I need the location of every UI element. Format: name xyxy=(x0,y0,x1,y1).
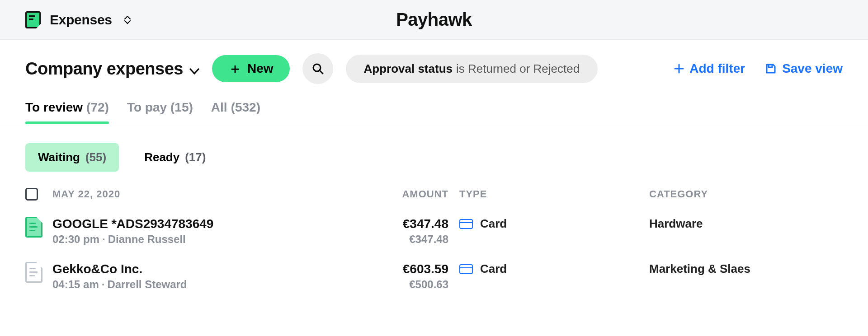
tab-to-review[interactable]: To review (72) xyxy=(25,100,109,124)
receipt-icon xyxy=(25,217,42,238)
row-meta: 02:30 pm·Dianne Russell xyxy=(52,233,342,246)
search-icon xyxy=(311,62,324,75)
main-tabs: To review (72) To pay (15) All (532) xyxy=(0,84,868,124)
amount-main: €347.48 xyxy=(342,217,459,231)
save-view-label: Save view xyxy=(782,61,843,76)
category-cell: Hardware xyxy=(649,217,843,231)
subtab-count: (55) xyxy=(85,150,106,164)
plus-icon xyxy=(674,64,684,74)
row-meta: 04:15 am·Darrell Steward xyxy=(52,278,342,291)
add-filter-button[interactable]: Add filter xyxy=(674,61,745,76)
new-button[interactable]: ＋ New xyxy=(212,55,290,82)
select-all-checkbox[interactable] xyxy=(25,188,38,201)
sub-tabs: Waiting (55) Ready (17) xyxy=(0,124,868,172)
column-amount: AMOUNT xyxy=(342,188,459,200)
card-icon xyxy=(459,264,473,274)
svg-rect-4 xyxy=(769,65,772,67)
row-time: 04:15 am xyxy=(52,278,99,290)
app-bar: Expenses Payhawk xyxy=(0,0,868,40)
subtab-label: Ready xyxy=(144,150,179,164)
date-group-header: MAY 22, 2020 xyxy=(52,188,342,200)
tab-count: (532) xyxy=(231,100,260,115)
subtab-ready[interactable]: Ready (17) xyxy=(132,143,218,172)
category-cell: Marketing & Slaes xyxy=(649,262,843,276)
merchant-name: Gekko&Co Inc. xyxy=(52,262,342,276)
filter-chip-field: Approval status xyxy=(364,62,453,76)
type-label: Card xyxy=(480,262,507,276)
app-switcher[interactable]: Expenses xyxy=(25,11,132,28)
tab-count: (15) xyxy=(170,100,193,115)
chevron-down-icon xyxy=(189,59,199,79)
brand-logo: Payhawk xyxy=(396,9,472,30)
column-category: CATEGORY xyxy=(649,188,843,200)
app-title: Expenses xyxy=(50,12,112,28)
page-header: Company expenses ＋ New Approval status i… xyxy=(0,40,868,84)
card-icon xyxy=(459,219,473,229)
amount-sub: €500.63 xyxy=(342,278,459,291)
tab-label: All xyxy=(211,100,227,115)
tab-label: To review xyxy=(25,100,83,115)
type-cell: Card xyxy=(459,262,649,276)
expense-table: MAY 22, 2020 AMOUNT TYPE CATEGORY GOOGLE… xyxy=(0,172,868,291)
svg-line-1 xyxy=(320,70,323,74)
column-type: TYPE xyxy=(459,188,649,200)
search-button[interactable] xyxy=(302,53,333,84)
app-switch-icon xyxy=(123,14,132,25)
row-person: Dianne Russell xyxy=(108,233,186,245)
filter-chip-approval-status[interactable]: Approval status is Returned or Rejected xyxy=(346,55,598,83)
subtab-count: (17) xyxy=(185,150,206,164)
tab-all[interactable]: All (532) xyxy=(211,100,260,124)
amount-main: €603.59 xyxy=(342,262,459,276)
tab-label: To pay xyxy=(127,100,167,115)
type-cell: Card xyxy=(459,217,649,231)
tab-count: (72) xyxy=(86,100,109,115)
amount-sub: €347.48 xyxy=(342,233,459,246)
header-actions: Add filter Save view xyxy=(674,61,843,76)
table-row[interactable]: GOOGLE *ADS2934783649 02:30 pm·Dianne Ru… xyxy=(25,217,843,246)
page-title-text: Company expenses xyxy=(25,59,183,79)
save-view-button[interactable]: Save view xyxy=(765,61,843,76)
new-button-label: New xyxy=(247,61,274,76)
subtab-waiting[interactable]: Waiting (55) xyxy=(25,143,119,172)
filter-chip-value: is Returned or Rejected xyxy=(456,62,580,76)
plus-icon: ＋ xyxy=(228,62,242,75)
table-header: MAY 22, 2020 AMOUNT TYPE CATEGORY xyxy=(25,188,843,201)
page-title-dropdown[interactable]: Company expenses xyxy=(25,59,199,79)
row-person: Darrell Steward xyxy=(107,278,187,290)
table-row[interactable]: Gekko&Co Inc. 04:15 am·Darrell Steward €… xyxy=(25,262,843,291)
tab-to-pay[interactable]: To pay (15) xyxy=(127,100,193,124)
add-filter-label: Add filter xyxy=(689,61,745,76)
save-icon xyxy=(765,63,777,75)
subtab-label: Waiting xyxy=(38,150,80,164)
row-time: 02:30 pm xyxy=(52,233,99,245)
merchant-name: GOOGLE *ADS2934783649 xyxy=(52,217,342,231)
receipt-icon xyxy=(25,262,42,283)
type-label: Card xyxy=(480,217,507,231)
expenses-app-icon xyxy=(25,11,41,28)
